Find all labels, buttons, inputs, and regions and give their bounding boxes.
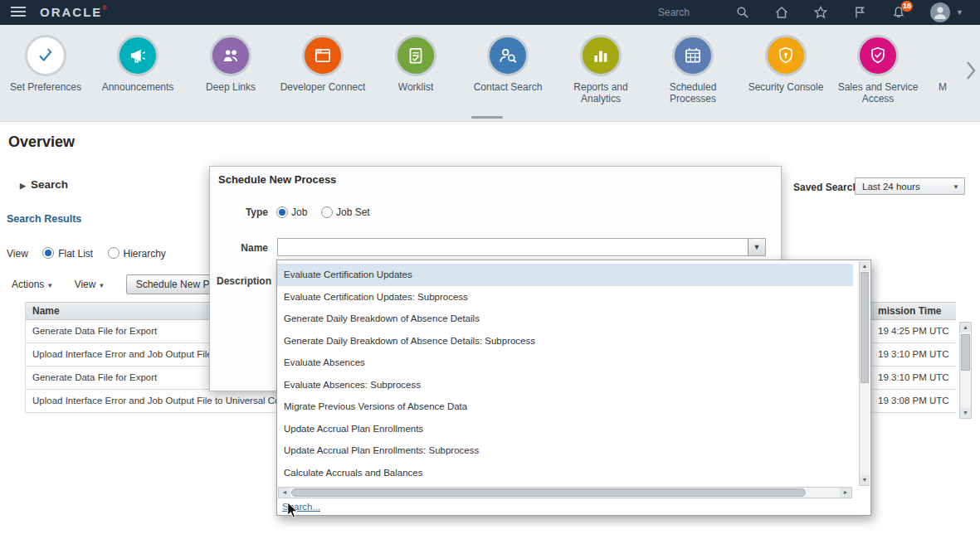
actions-menu-button[interactable]: Actions▼ — [12, 274, 53, 296]
notification-badge: 16 — [901, 1, 913, 12]
page-vertical-scrollbar[interactable]: ▲ ▼ — [959, 322, 972, 419]
nav-item-label: Worklist — [369, 81, 462, 93]
dropdown-search-link[interactable]: Search... — [282, 502, 320, 512]
nav-item-worklist[interactable]: Worklist — [369, 35, 462, 93]
chevron-down-icon: ▼ — [46, 282, 53, 289]
user-menu-chevron-down-icon[interactable]: ▼ — [956, 8, 963, 17]
scroll-up-arrow-icon[interactable]: ▲ — [860, 261, 870, 271]
saved-search-select[interactable]: Last 24 hours ▼ — [855, 177, 965, 195]
scroll-up-arrow-icon[interactable]: ▲ — [960, 323, 971, 333]
favorites-star-icon[interactable] — [813, 5, 828, 20]
nav-item-announcements[interactable]: Announcements — [91, 35, 184, 93]
dropdown-option[interactable]: Migrate Previous Versions of Absence Dat… — [277, 396, 853, 418]
view-options-row: View Flat List Hierarchy — [7, 247, 166, 260]
flat-list-radio[interactable] — [42, 247, 54, 259]
announcements-icon — [117, 35, 158, 76]
dropdown-option[interactable]: Calculate Accruals and Balances — [277, 462, 853, 484]
chevron-down-icon: ▼ — [98, 282, 105, 289]
reports-analytics-icon — [580, 35, 622, 76]
row-name: Upload Interface Error and Job Output Fi… — [32, 390, 301, 412]
carousel-indicator — [471, 116, 503, 119]
description-label: Description — [217, 275, 268, 287]
dropdown-option[interactable]: Update Accrual Plan Enrollments — [277, 418, 853, 440]
developer-connect-icon — [302, 35, 344, 76]
dropdown-option[interactable]: Evaluate Absences — [277, 352, 853, 374]
job-label: Job — [291, 206, 307, 218]
springboard: Set Preferences Announcements Deep Links… — [0, 25, 980, 122]
expander-triangle-icon: ▶ — [20, 182, 26, 190]
search-section-expander[interactable]: ▶Search — [20, 178, 68, 191]
global-search-input[interactable]: Search — [658, 7, 690, 18]
row-name: Generate Data File for Export — [32, 367, 157, 389]
dropdown-option[interactable]: Evaluate Absences: Subprocess — [277, 374, 853, 396]
global-header: ORACLE® Search 16 ▼ — [0, 0, 980, 25]
oracle-logo: ORACLE® — [40, 5, 107, 19]
user-avatar[interactable] — [930, 2, 950, 22]
nav-item-label: Announcements — [91, 81, 184, 93]
oracle-logo-mark: ® — [102, 5, 106, 11]
nav-item-deep-links[interactable]: Deep Links — [184, 35, 277, 93]
nav-item-security-console[interactable]: Security Console — [739, 35, 832, 93]
application-window: ORACLE® Search 16 ▼ Set Preferences — [0, 0, 980, 539]
dialog-title: Schedule New Process — [218, 173, 336, 186]
row-time: 19 3:08 PM UTC — [878, 390, 949, 412]
scheduled-processes-icon — [672, 35, 714, 76]
name-column-header[interactable]: Name — [32, 303, 60, 319]
page-title: Overview — [8, 134, 75, 151]
nav-item-label: M — [896, 81, 980, 93]
job-set-label: Job Set — [336, 206, 370, 218]
hierarchy-label: Hierarchy — [124, 248, 166, 260]
dropdown-option[interactable]: Update Accrual Plan Enrollments: Subproc… — [277, 439, 853, 462]
dropdown-vertical-scrollbar[interactable]: ▲ ▼ — [859, 261, 870, 486]
dropdown-option[interactable]: Evaluate Certification Updates — [277, 264, 853, 286]
scrollbar-thumb[interactable] — [961, 334, 970, 371]
scroll-down-arrow-icon[interactable]: ▼ — [960, 408, 971, 418]
job-set-radio[interactable] — [321, 206, 333, 218]
scroll-right-chevron-icon[interactable] — [965, 60, 977, 81]
dropdown-option[interactable]: Evaluate Certification Updates: Subproce… — [277, 286, 853, 308]
nav-item-label: Set Preferences — [0, 81, 92, 93]
process-name-dropdown-list: Evaluate Certification Updates Evaluate … — [276, 260, 871, 516]
home-icon[interactable] — [774, 5, 789, 20]
nav-item-label: Reports and Analytics — [554, 81, 647, 105]
contact-search-icon — [487, 35, 529, 76]
row-time: 19 4:25 PM UTC — [878, 320, 949, 342]
nav-item-set-preferences[interactable]: Set Preferences — [0, 35, 92, 93]
flag-watchlist-icon[interactable] — [852, 5, 867, 20]
flat-list-label: Flat List — [58, 248, 93, 260]
notifications-bell-icon[interactable]: 16 — [891, 5, 906, 20]
search-icon[interactable] — [735, 5, 750, 20]
dropdown-horizontal-scrollbar[interactable]: ◄ ► — [278, 487, 852, 498]
dropdown-option[interactable]: Generate Daily Breakdown of Absence Deta… — [277, 308, 853, 330]
view-menu-button[interactable]: View▼ — [75, 274, 105, 296]
deep-links-icon — [210, 35, 251, 76]
nav-item-label: Deep Links — [184, 81, 277, 93]
scroll-down-arrow-icon[interactable]: ▼ — [860, 475, 870, 485]
nav-item-label: Developer Connect — [276, 81, 369, 93]
hamburger-menu-icon[interactable] — [11, 7, 26, 17]
worklist-icon — [395, 35, 436, 76]
nav-item-contact-search[interactable]: Contact Search — [461, 35, 554, 93]
security-console-icon — [765, 35, 807, 76]
dropdown-option[interactable]: Generate Daily Breakdown of Absence Deta… — [277, 330, 853, 352]
nav-item-scheduled-processes[interactable]: Scheduled Processes — [646, 35, 739, 105]
scroll-left-arrow-icon[interactable]: ◄ — [279, 488, 290, 498]
process-name-combobox[interactable]: ▼ — [277, 238, 766, 256]
row-name: Generate Data File for Export — [32, 320, 157, 342]
type-label: Type — [217, 206, 268, 218]
hierarchy-radio[interactable] — [108, 247, 119, 259]
nav-item-developer-connect[interactable]: Developer Connect — [276, 35, 369, 93]
job-radio[interactable] — [276, 206, 288, 218]
saved-search-label: Saved Search — [793, 182, 859, 193]
nav-item-reports-analytics[interactable]: Reports and Analytics — [554, 35, 647, 105]
nav-item-label: Contact Search — [461, 81, 554, 93]
scroll-right-arrow-icon[interactable]: ► — [840, 488, 851, 498]
set-preferences-icon — [25, 35, 66, 76]
sales-service-access-icon — [857, 35, 899, 76]
combobox-dropdown-button[interactable]: ▼ — [748, 239, 765, 255]
search-results-heading: Search Results — [7, 213, 81, 225]
select-chevron-down-icon: ▼ — [953, 178, 959, 196]
scrollbar-thumb[interactable] — [291, 488, 806, 497]
submission-time-column-header[interactable]: mission Time — [878, 303, 941, 319]
scrollbar-thumb[interactable] — [861, 272, 869, 383]
